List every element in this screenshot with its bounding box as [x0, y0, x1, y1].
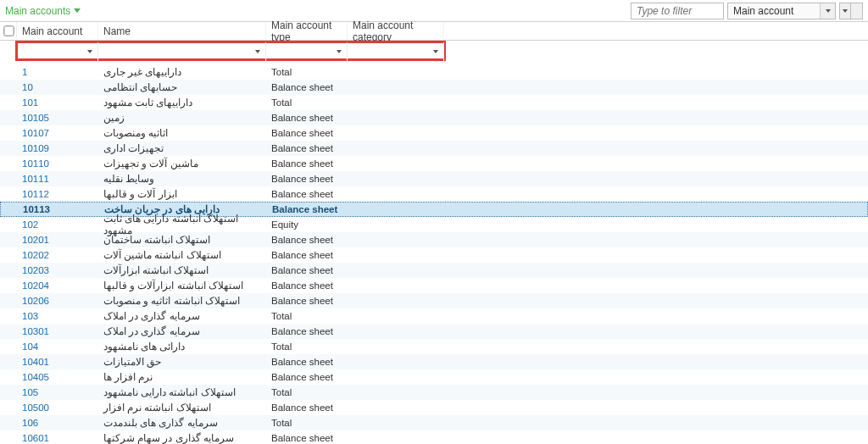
cell-name: استهلاک انباشته دارایی های ثابت مشهود — [98, 213, 266, 236]
filter-field-label: Main account — [733, 5, 793, 17]
table-row[interactable]: 10107اثاثیه ومنصوباتBalance sheet — [0, 125, 868, 141]
column-header-type[interactable]: Main account type — [266, 22, 348, 40]
cell-main-account[interactable]: 10113 — [18, 204, 99, 214]
cell-main-account[interactable]: 102 — [17, 219, 98, 230]
table-row[interactable]: 10405نرم افزار هاBalance sheet — [0, 369, 868, 385]
cell-type: Total — [266, 418, 348, 428]
cell-main-account[interactable]: 105 — [17, 387, 98, 397]
table-row[interactable]: 10109تجهیزات اداریBalance sheet — [0, 141, 868, 156]
filter-apply-button[interactable] — [839, 3, 851, 19]
table-row[interactable]: 10401حق الامتیازاتBalance sheet — [0, 354, 868, 369]
filter-field-dropdown-button[interactable] — [820, 3, 835, 19]
cell-type: Balance sheet — [266, 372, 348, 382]
table-row[interactable]: 10500استهلاک انباشته نرم افزارBalance sh… — [0, 400, 868, 415]
cell-name: نرم افزار ها — [98, 371, 266, 383]
table-row[interactable]: 10حسابهای انتظامیBalance sheet — [0, 80, 868, 95]
cell-main-account[interactable]: 10206 — [17, 296, 98, 306]
cell-type: Balance sheet — [266, 296, 348, 306]
table-row[interactable]: 101داراییهای ثابت مشهودTotal — [0, 95, 868, 110]
cell-main-account[interactable]: 10500 — [17, 402, 98, 413]
cell-name: داراییهای ثابت مشهود — [98, 97, 266, 108]
cell-main-account[interactable]: 104 — [17, 341, 98, 352]
grid-body[interactable]: 1داراییهای غیر جاریTotal10حسابهای انتظام… — [0, 64, 868, 444]
column-filter-category[interactable] — [348, 42, 444, 61]
table-row[interactable]: 1داراییهای غیر جاریTotal — [0, 64, 868, 80]
table-row[interactable]: 106سرمایه گذاری های بلندمدتTotal — [0, 415, 868, 430]
cell-type: Total — [266, 67, 348, 77]
cell-main-account[interactable]: 106 — [17, 418, 98, 428]
cell-main-account[interactable]: 10109 — [17, 143, 98, 153]
chevron-down-icon — [843, 9, 848, 13]
table-row[interactable]: 103سرمایه گذاری در املاکTotal — [0, 308, 868, 324]
cell-main-account[interactable]: 10105 — [17, 113, 98, 123]
cell-type: Balance sheet — [266, 128, 348, 138]
cell-name: سرمایه گذاری در سهام شرکتها — [98, 432, 266, 444]
table-row[interactable]: 10206استهلاک انباشته اثاثیه و منصوباتBal… — [0, 293, 868, 308]
cell-name: استهلاک انباشته ساختمان — [98, 234, 266, 246]
cell-name: استهلاک انباشته نرم افزار — [98, 402, 266, 413]
filter-extra-button[interactable] — [851, 3, 863, 19]
select-all-cell[interactable] — [0, 22, 17, 40]
column-header-main-account[interactable]: Main account — [17, 22, 98, 40]
cell-type: Balance sheet — [266, 158, 348, 169]
table-row[interactable]: 10111وسایط نقلیهBalance sheet — [0, 171, 868, 186]
select-all-checkbox[interactable] — [3, 25, 14, 36]
chevron-down-icon — [337, 50, 342, 53]
chevron-down-icon — [433, 50, 438, 53]
filter-field-select[interactable]: Main account — [727, 3, 836, 19]
column-header-name[interactable]: Name — [98, 22, 266, 40]
table-row[interactable]: 102استهلاک انباشته دارایی های ثابت مشهود… — [0, 217, 868, 232]
cell-main-account[interactable]: 10401 — [17, 357, 98, 367]
cell-type: Total — [266, 311, 348, 321]
cell-name: دارائی های نامشهود — [98, 341, 266, 352]
table-row[interactable]: 104دارائی های نامشهودTotal — [0, 339, 868, 354]
table-row[interactable]: 10203استهلاک انباشته ابزارآلاتBalance sh… — [0, 263, 868, 278]
table-row[interactable]: 105استهلاک انباشته دارایی نامشهودTotal — [0, 385, 868, 400]
cell-main-account[interactable]: 10204 — [17, 280, 98, 291]
column-filter-name[interactable] — [98, 42, 266, 61]
cell-type: Total — [266, 387, 348, 397]
table-row[interactable]: 10301سرمایه گذاری در املاکBalance sheet — [0, 324, 868, 339]
table-row[interactable]: 10112ابزار آلات و قالبهاBalance sheet — [0, 186, 868, 202]
cell-main-account[interactable]: 10107 — [17, 128, 98, 138]
table-row[interactable]: 10204استهلاک انباشته ابزارآلات و قالبهاB… — [0, 278, 868, 293]
cell-main-account[interactable]: 10405 — [17, 372, 98, 382]
cell-main-account[interactable]: 10110 — [17, 158, 98, 169]
cell-main-account[interactable]: 1 — [17, 67, 98, 77]
cell-main-account[interactable]: 10201 — [17, 235, 98, 245]
cell-type: Balance sheet — [266, 402, 348, 413]
chevron-down-icon — [74, 8, 81, 13]
cell-main-account[interactable]: 10112 — [17, 189, 98, 199]
table-row[interactable]: 10110ماشین آلات و تجهیزاتBalance sheet — [0, 156, 868, 171]
table-row[interactable]: 10201استهلاک انباشته ساختمانBalance shee… — [0, 232, 868, 247]
cell-type: Balance sheet — [266, 326, 348, 336]
cell-main-account[interactable]: 103 — [17, 311, 98, 321]
column-filter-type[interactable] — [266, 42, 348, 61]
column-filter-row — [0, 41, 868, 63]
cell-type: Balance sheet — [266, 433, 348, 443]
cell-main-account[interactable]: 10203 — [17, 265, 98, 275]
cell-name: استهلاک انباشته ماشین آلات — [98, 249, 266, 261]
cell-main-account[interactable]: 10601 — [17, 433, 98, 443]
column-filter-main-account[interactable] — [19, 42, 98, 61]
cell-type: Balance sheet — [266, 189, 348, 199]
cell-type: Total — [266, 341, 348, 352]
cell-name: سرمایه گذاری در املاک — [98, 325, 266, 337]
cell-main-account[interactable]: 10301 — [17, 326, 98, 336]
cell-main-account[interactable]: 101 — [17, 97, 98, 108]
cell-name: سرمایه گذاری های بلندمدت — [98, 417, 266, 429]
quick-filter-input[interactable] — [631, 3, 724, 19]
cell-main-account[interactable]: 10202 — [17, 250, 98, 260]
table-row[interactable]: 10105زمینBalance sheet — [0, 110, 868, 125]
cell-main-account[interactable]: 10 — [17, 82, 98, 92]
page-title: Main accounts — [5, 5, 70, 17]
cell-type: Balance sheet — [266, 357, 348, 367]
cell-main-account[interactable]: 10111 — [17, 174, 98, 184]
cell-type: Balance sheet — [266, 250, 348, 260]
page-title-dropdown[interactable]: Main accounts — [5, 5, 81, 17]
column-header-category[interactable]: Main account category — [348, 22, 444, 40]
table-row[interactable]: 10202استهلاک انباشته ماشین آلاتBalance s… — [0, 247, 868, 263]
cell-name: استهلاک انباشته اثاثیه و منصوبات — [98, 295, 266, 307]
cell-name: زمین — [98, 112, 266, 124]
table-row[interactable]: 10601سرمایه گذاری در سهام شرکتهاBalance … — [0, 430, 868, 444]
